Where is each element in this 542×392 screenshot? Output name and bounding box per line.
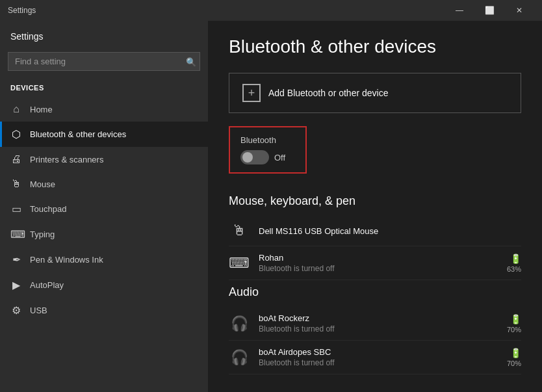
maximize-button[interactable]: ⬜ <box>474 0 504 21</box>
bluetooth-section: Bluetooth Off <box>229 126 307 174</box>
titlebar: Settings — ⬜ ✕ <box>0 0 542 21</box>
sidebar-label-typing: Typing <box>30 229 55 239</box>
home-icon: ⌂ <box>10 103 22 115</box>
device-info: boAt RockerzBluetooth is turned off <box>259 313 498 333</box>
mouse-device-icon: 🖱 <box>229 222 250 239</box>
device-item: ⌨RohanBluetooth is turned off🔋63% <box>229 246 521 280</box>
device-battery: 🔋70% <box>507 314 521 333</box>
bluetooth-toggle-row: Off <box>240 150 295 164</box>
usb-icon: ⚙ <box>10 304 22 317</box>
search-input[interactable] <box>8 52 200 71</box>
autoplay-icon: ▶ <box>10 279 22 291</box>
device-battery: 🔋63% <box>507 254 521 273</box>
device-info: RohanBluetooth is turned off <box>259 253 498 273</box>
sidebar-label-home: Home <box>30 105 53 114</box>
sidebar-item-touchpad[interactable]: ▭Touchpad <box>0 196 208 222</box>
device-info: boAt Airdopes SBCBluetooth is turned off <box>259 347 498 367</box>
typing-icon: ⌨ <box>10 228 22 241</box>
battery-icon: 🔋 <box>510 314 521 324</box>
headphones-device-icon: 🎧 <box>229 315 250 332</box>
search-icon-button[interactable]: 🔍 <box>186 57 196 66</box>
battery-percentage: 63% <box>507 265 521 273</box>
audio-devices-list: 🎧boAt RockerzBluetooth is turned off🔋70%… <box>229 307 521 374</box>
audio-section-header: Audio <box>229 285 521 299</box>
battery-icon: 🔋 <box>510 254 521 264</box>
headphones-device-icon: 🎧 <box>229 349 250 366</box>
sidebar-app-title: Settings <box>0 21 208 47</box>
sidebar-item-typing[interactable]: ⌨Typing <box>0 222 208 247</box>
device-status: Bluetooth is turned off <box>259 264 498 273</box>
sidebar-items-list: ⌂Home⬡Bluetooth & other devices🖨Printers… <box>0 97 208 323</box>
device-name: boAt Rockerz <box>259 313 498 323</box>
battery-icon: 🔋 <box>510 348 521 358</box>
device-battery: 🔋70% <box>507 348 521 367</box>
sidebar-label-autoplay: AutoPlay <box>30 280 64 290</box>
bluetooth-icon: ⬡ <box>10 128 22 140</box>
app-title: Settings <box>8 6 445 15</box>
toggle-knob <box>242 152 253 163</box>
device-item: 🎧boAt RockerzBluetooth is turned off🔋70% <box>229 307 521 341</box>
sidebar-item-autoplay[interactable]: ▶AutoPlay <box>0 272 208 298</box>
sidebar-item-mouse[interactable]: 🖱Mouse <box>0 172 208 196</box>
sidebar-label-touchpad: Touchpad <box>30 204 66 214</box>
bluetooth-label: Bluetooth <box>240 135 295 145</box>
device-status: Bluetooth is turned off <box>259 324 498 333</box>
device-status: Bluetooth is turned off <box>259 358 498 367</box>
sidebar-label-printers: Printers & scanners <box>30 155 103 164</box>
device-item: 🖱Dell MS116 USB Optical Mouse <box>229 216 521 246</box>
keyboard-device-icon: ⌨ <box>229 255 250 272</box>
minimize-button[interactable]: — <box>445 0 474 21</box>
bluetooth-toggle[interactable] <box>240 150 269 164</box>
plus-icon: + <box>242 84 261 102</box>
main-layout: Settings 🔍 Devices ⌂Home⬡Bluetooth & oth… <box>0 21 542 392</box>
device-item: 🎧boAt Airdopes SBCBluetooth is turned of… <box>229 341 521 374</box>
device-info: Dell MS116 USB Optical Mouse <box>259 226 521 236</box>
sidebar-section-label: Devices <box>0 81 208 97</box>
mouse-section-header: Mouse, keyboard, & pen <box>229 194 521 208</box>
pen-icon: ✒ <box>10 254 22 266</box>
add-device-button[interactable]: + Add Bluetooth or other device <box>229 73 521 113</box>
sidebar-item-pen[interactable]: ✒Pen & Windows Ink <box>0 247 208 272</box>
battery-percentage: 70% <box>507 326 521 333</box>
printers-icon: 🖨 <box>10 153 22 165</box>
sidebar-item-home[interactable]: ⌂Home <box>0 97 208 122</box>
sidebar-label-bluetooth: Bluetooth & other devices <box>30 129 126 139</box>
battery-percentage: 70% <box>507 359 521 367</box>
close-button[interactable]: ✕ <box>504 0 534 21</box>
device-name: Rohan <box>259 253 498 263</box>
mouse-devices-list: 🖱Dell MS116 USB Optical Mouse⌨RohanBluet… <box>229 216 521 280</box>
sidebar: Settings 🔍 Devices ⌂Home⬡Bluetooth & oth… <box>0 21 208 392</box>
touchpad-icon: ▭ <box>10 203 22 215</box>
sidebar-label-mouse: Mouse <box>30 179 55 189</box>
device-name: boAt Airdopes SBC <box>259 347 498 357</box>
sidebar-item-printers[interactable]: 🖨Printers & scanners <box>0 147 208 172</box>
search-container: 🔍 <box>8 52 200 71</box>
device-name: Dell MS116 USB Optical Mouse <box>259 226 521 236</box>
content-area: Bluetooth & other devices + Add Bluetoot… <box>208 21 542 392</box>
sidebar-item-usb[interactable]: ⚙USB <box>0 298 208 323</box>
window-controls: — ⬜ ✕ <box>445 0 534 21</box>
mouse-icon: 🖱 <box>10 178 22 190</box>
page-title: Bluetooth & other devices <box>229 36 521 57</box>
sidebar-label-usb: USB <box>30 306 47 315</box>
sidebar-label-pen: Pen & Windows Ink <box>30 255 103 265</box>
add-device-label: Add Bluetooth or other device <box>268 88 388 98</box>
bluetooth-state: Off <box>274 153 285 163</box>
sidebar-item-bluetooth[interactable]: ⬡Bluetooth & other devices <box>0 122 208 147</box>
